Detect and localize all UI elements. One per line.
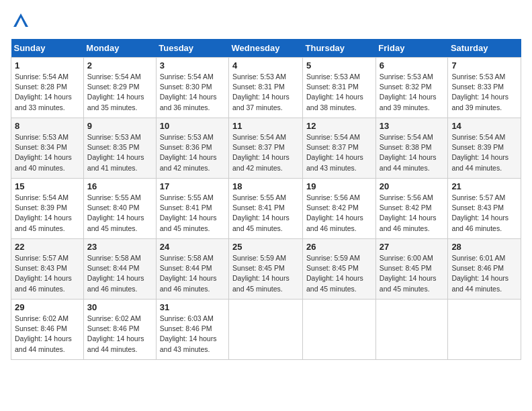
day-number: 19: [306, 181, 372, 191]
calendar-cell: 16 Sunrise: 5:55 AMSunset: 8:40 PMDaylig…: [83, 179, 156, 239]
calendar-cell: 1 Sunrise: 5:54 AMSunset: 8:28 PMDayligh…: [11, 58, 84, 118]
day-info: Sunrise: 5:56 AMSunset: 8:42 PMDaylight:…: [306, 193, 363, 232]
calendar-cell: 30 Sunrise: 6:02 AMSunset: 8:46 PMDaylig…: [83, 300, 156, 360]
day-info: Sunrise: 6:03 AMSunset: 8:46 PMDaylight:…: [160, 314, 217, 353]
logo-icon: [11, 11, 31, 31]
calendar-cell: 7 Sunrise: 5:53 AMSunset: 8:33 PMDayligh…: [448, 58, 521, 118]
calendar-cell: 21 Sunrise: 5:57 AMSunset: 8:43 PMDaylig…: [448, 179, 521, 239]
calendar-cell: 5 Sunrise: 5:53 AMSunset: 8:31 PMDayligh…: [303, 58, 376, 118]
day-number: 13: [380, 121, 445, 131]
calendar-cell: 25 Sunrise: 5:59 AMSunset: 8:45 PMDaylig…: [229, 239, 303, 300]
day-number: 29: [15, 302, 80, 312]
day-info: Sunrise: 6:02 AMSunset: 8:46 PMDaylight:…: [15, 314, 72, 353]
calendar-cell: 26 Sunrise: 5:59 AMSunset: 8:45 PMDaylig…: [303, 239, 376, 300]
weekday-header: Thursday: [303, 39, 376, 58]
day-number: 27: [380, 242, 445, 252]
day-number: 15: [15, 181, 80, 191]
weekday-header: Friday: [375, 39, 448, 58]
calendar-cell: 11 Sunrise: 5:54 AMSunset: 8:37 PMDaylig…: [229, 118, 303, 179]
day-info: Sunrise: 5:59 AMSunset: 8:45 PMDaylight:…: [306, 254, 363, 293]
day-info: Sunrise: 5:53 AMSunset: 8:33 PMDaylight:…: [451, 73, 508, 111]
calendar-table: SundayMondayTuesdayWednesdayThursdayFrid…: [11, 39, 521, 360]
day-number: 16: [87, 181, 152, 191]
calendar-cell: 3 Sunrise: 5:54 AMSunset: 8:30 PMDayligh…: [156, 58, 228, 118]
day-info: Sunrise: 5:55 AMSunset: 8:41 PMDaylight:…: [160, 193, 217, 232]
calendar-cell: 14 Sunrise: 5:54 AMSunset: 8:39 PMDaylig…: [448, 118, 521, 179]
day-number: 14: [451, 121, 517, 131]
day-number: 6: [380, 60, 445, 71]
calendar-cell: 23 Sunrise: 5:58 AMSunset: 8:44 PMDaylig…: [83, 239, 156, 300]
day-number: 7: [451, 60, 517, 71]
day-number: 4: [232, 60, 299, 71]
calendar-cell: 10 Sunrise: 5:53 AMSunset: 8:36 PMDaylig…: [156, 118, 228, 179]
day-number: 31: [160, 302, 225, 312]
day-number: 17: [160, 181, 225, 191]
page-header: [11, 11, 521, 31]
calendar-cell: 22 Sunrise: 5:57 AMSunset: 8:43 PMDaylig…: [11, 239, 84, 300]
day-number: 21: [451, 181, 517, 191]
day-info: Sunrise: 5:53 AMSunset: 8:35 PMDaylight:…: [87, 133, 144, 172]
calendar-cell: 9 Sunrise: 5:53 AMSunset: 8:35 PMDayligh…: [83, 118, 156, 179]
day-info: Sunrise: 5:58 AMSunset: 8:44 PMDaylight:…: [160, 254, 217, 293]
day-number: 26: [306, 242, 372, 252]
calendar-cell: [229, 300, 303, 360]
calendar-cell: 27 Sunrise: 6:00 AMSunset: 8:45 PMDaylig…: [375, 239, 448, 300]
day-info: Sunrise: 5:56 AMSunset: 8:42 PMDaylight:…: [380, 193, 437, 232]
calendar-cell: [303, 300, 376, 360]
weekday-header: Tuesday: [156, 39, 228, 58]
day-info: Sunrise: 6:02 AMSunset: 8:46 PMDaylight:…: [87, 314, 144, 353]
day-number: 20: [380, 181, 445, 191]
day-info: Sunrise: 5:54 AMSunset: 8:39 PMDaylight:…: [451, 133, 508, 172]
calendar-week-row: 8 Sunrise: 5:53 AMSunset: 8:34 PMDayligh…: [11, 118, 521, 179]
day-number: 28: [451, 242, 517, 252]
day-info: Sunrise: 5:55 AMSunset: 8:40 PMDaylight:…: [87, 193, 144, 232]
day-number: 12: [306, 121, 372, 131]
weekday-header: Saturday: [448, 39, 521, 58]
calendar-cell: 31 Sunrise: 6:03 AMSunset: 8:46 PMDaylig…: [156, 300, 228, 360]
calendar-cell: 29 Sunrise: 6:02 AMSunset: 8:46 PMDaylig…: [11, 300, 84, 360]
day-info: Sunrise: 5:53 AMSunset: 8:32 PMDaylight:…: [380, 73, 437, 111]
calendar-week-row: 15 Sunrise: 5:54 AMSunset: 8:39 PMDaylig…: [11, 179, 521, 239]
day-number: 24: [160, 242, 225, 252]
day-info: Sunrise: 6:00 AMSunset: 8:45 PMDaylight:…: [380, 254, 437, 293]
day-info: Sunrise: 5:54 AMSunset: 8:30 PMDaylight:…: [160, 73, 217, 111]
calendar-cell: 19 Sunrise: 5:56 AMSunset: 8:42 PMDaylig…: [303, 179, 376, 239]
day-info: Sunrise: 5:53 AMSunset: 8:31 PMDaylight:…: [232, 73, 290, 111]
calendar-cell: 13 Sunrise: 5:54 AMSunset: 8:38 PMDaylig…: [375, 118, 448, 179]
day-info: Sunrise: 5:57 AMSunset: 8:43 PMDaylight:…: [451, 193, 508, 232]
calendar-cell: 24 Sunrise: 5:58 AMSunset: 8:44 PMDaylig…: [156, 239, 228, 300]
calendar-cell: 18 Sunrise: 5:55 AMSunset: 8:41 PMDaylig…: [229, 179, 303, 239]
day-number: 5: [306, 60, 372, 71]
logo: [11, 11, 34, 31]
day-number: 9: [87, 121, 152, 131]
day-info: Sunrise: 5:58 AMSunset: 8:44 PMDaylight:…: [87, 254, 144, 293]
calendar-week-row: 22 Sunrise: 5:57 AMSunset: 8:43 PMDaylig…: [11, 239, 521, 300]
calendar-cell: 15 Sunrise: 5:54 AMSunset: 8:39 PMDaylig…: [11, 179, 84, 239]
day-number: 8: [15, 121, 80, 131]
day-info: Sunrise: 5:54 AMSunset: 8:38 PMDaylight:…: [380, 133, 437, 172]
day-info: Sunrise: 5:59 AMSunset: 8:45 PMDaylight:…: [232, 254, 290, 293]
calendar-week-row: 1 Sunrise: 5:54 AMSunset: 8:28 PMDayligh…: [11, 58, 521, 118]
day-info: Sunrise: 5:53 AMSunset: 8:36 PMDaylight:…: [160, 133, 217, 172]
calendar-cell: [375, 300, 448, 360]
day-number: 3: [160, 60, 225, 71]
day-number: 11: [232, 121, 299, 131]
calendar-cell: 17 Sunrise: 5:55 AMSunset: 8:41 PMDaylig…: [156, 179, 228, 239]
day-info: Sunrise: 5:53 AMSunset: 8:31 PMDaylight:…: [306, 73, 363, 111]
day-info: Sunrise: 5:54 AMSunset: 8:37 PMDaylight:…: [232, 133, 290, 172]
calendar-cell: 6 Sunrise: 5:53 AMSunset: 8:32 PMDayligh…: [375, 58, 448, 118]
calendar-cell: 12 Sunrise: 5:54 AMSunset: 8:37 PMDaylig…: [303, 118, 376, 179]
calendar-week-row: 29 Sunrise: 6:02 AMSunset: 8:46 PMDaylig…: [11, 300, 521, 360]
day-info: Sunrise: 5:54 AMSunset: 8:28 PMDaylight:…: [15, 73, 72, 111]
day-number: 30: [87, 302, 152, 312]
weekday-header-row: SundayMondayTuesdayWednesdayThursdayFrid…: [11, 39, 521, 58]
calendar-cell: [448, 300, 521, 360]
day-number: 22: [15, 242, 80, 252]
day-info: Sunrise: 5:53 AMSunset: 8:34 PMDaylight:…: [15, 133, 72, 172]
day-number: 18: [232, 181, 299, 191]
calendar-cell: 2 Sunrise: 5:54 AMSunset: 8:29 PMDayligh…: [83, 58, 156, 118]
day-info: Sunrise: 5:57 AMSunset: 8:43 PMDaylight:…: [15, 254, 72, 293]
day-number: 25: [232, 242, 299, 252]
day-info: Sunrise: 5:54 AMSunset: 8:37 PMDaylight:…: [306, 133, 363, 172]
day-number: 1: [15, 60, 80, 71]
